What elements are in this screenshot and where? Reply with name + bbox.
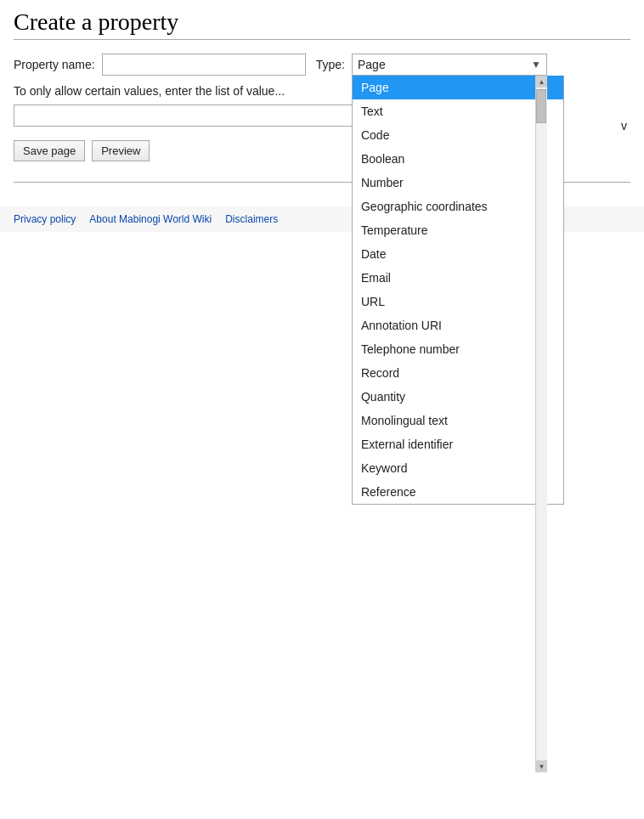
- dropdown-option-external-identifier[interactable]: External identifier: [353, 432, 563, 456]
- dropdown-option-telephone-number[interactable]: Telephone number: [353, 337, 563, 361]
- selected-type-text: Page: [358, 58, 386, 71]
- save-page-button[interactable]: Save page: [14, 140, 85, 161]
- scrollbar-thumb[interactable]: [536, 89, 546, 123]
- dropdown-arrow-icon: ▼: [531, 59, 541, 71]
- dropdown-option-text[interactable]: Text: [353, 99, 563, 123]
- dropdown-option-url[interactable]: URL: [353, 290, 563, 313]
- dropdown-option-page[interactable]: Page: [353, 76, 563, 99]
- about-link[interactable]: About Mabinogi World Wiki: [89, 213, 212, 225]
- preview-button[interactable]: Preview: [92, 140, 150, 161]
- values-input[interactable]: [14, 104, 404, 127]
- scrollbar-down-arrow[interactable]: ▼: [535, 760, 547, 772]
- dropdown-option-annotation-uri[interactable]: Annotation URI: [353, 313, 563, 337]
- dropdown-option-email[interactable]: Email: [353, 266, 563, 290]
- content-area: Create a property Property name: Type: P…: [0, 0, 644, 206]
- dropdown-option-monolingual-text[interactable]: Monolingual text: [353, 409, 563, 432]
- dropdown-option-temperature[interactable]: Temperature: [353, 218, 563, 242]
- form-row-name-type: Property name: Type: Page ▼ Page Text Co…: [14, 54, 630, 76]
- dropdown-scrollbar[interactable]: ▲ ▼: [535, 76, 547, 772]
- page-title: Create a property: [14, 8, 630, 40]
- page-container: Create a property Property name: Type: P…: [0, 0, 644, 819]
- scrollbar-up-arrow[interactable]: ▲: [535, 76, 547, 88]
- property-name-label: Property name:: [14, 58, 95, 71]
- type-select-display[interactable]: Page ▼: [352, 54, 547, 76]
- dropdown-option-code[interactable]: Code: [353, 123, 563, 147]
- type-dropdown-list[interactable]: Page Text Code Boolean Number Geographic…: [352, 76, 564, 505]
- overflow-text: v: [621, 119, 627, 133]
- property-name-input[interactable]: [102, 54, 306, 76]
- dropdown-option-quantity[interactable]: Quantity: [353, 385, 563, 409]
- type-label: Type:: [316, 58, 345, 71]
- dropdown-option-keyword[interactable]: Keyword: [353, 456, 563, 480]
- dropdown-option-record[interactable]: Record: [353, 361, 563, 385]
- privacy-policy-link[interactable]: Privacy policy: [14, 213, 76, 225]
- dropdown-option-reference[interactable]: Reference: [353, 480, 563, 504]
- dropdown-option-number[interactable]: Number: [353, 171, 563, 195]
- disclaimers-link[interactable]: Disclaimers: [225, 213, 278, 225]
- type-select-wrapper[interactable]: Page ▼ Page Text Code Boolean Number Geo…: [352, 54, 547, 76]
- dropdown-option-boolean[interactable]: Boolean: [353, 147, 563, 171]
- dropdown-option-date[interactable]: Date: [353, 242, 563, 266]
- dropdown-option-geographic-coordinates[interactable]: Geographic coordinates: [353, 195, 563, 218]
